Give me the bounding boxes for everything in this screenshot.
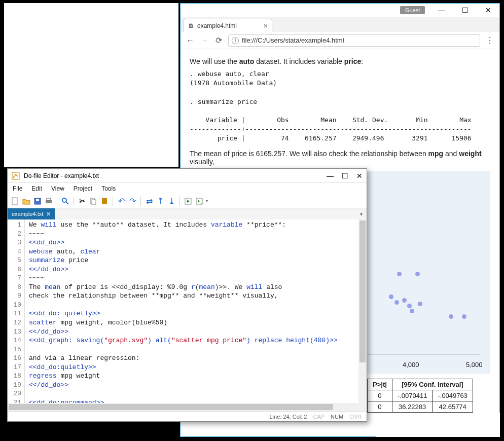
svg-rect-9 xyxy=(92,200,96,205)
editor-title: Do-file Editor - example4.txt xyxy=(24,172,99,179)
bottom-right-panel xyxy=(376,413,500,437)
close-button[interactable]: ✕ xyxy=(481,6,495,14)
line-gutter: 1234567891011121314151617181920212223 xyxy=(8,219,25,403)
stata-output: . webuse auto, clear (1978 Automobile Da… xyxy=(190,69,490,143)
x-tick: 5,000 xyxy=(466,361,483,369)
find-icon[interactable] xyxy=(61,197,70,206)
status-ovr: OVR xyxy=(349,414,362,420)
cursor-position: Line: 24, Col: 2 xyxy=(269,414,307,420)
bookmark-prev-icon[interactable]: ⤒ xyxy=(156,197,165,206)
status-num: NUM xyxy=(331,414,343,420)
svg-rect-1 xyxy=(12,198,17,205)
svg-rect-0 xyxy=(12,172,19,179)
svg-rect-3 xyxy=(36,199,39,201)
address-field[interactable]: i file:///C:/Users/stata/example4.html xyxy=(228,34,480,47)
svg-rect-5 xyxy=(47,198,51,200)
code-editor[interactable]: We will use the **auto** dataset. It inc… xyxy=(25,219,358,403)
editor-tabstrip: example4.txt ✕ ▾ xyxy=(8,208,367,219)
scroll-thumb[interactable] xyxy=(359,220,366,362)
svg-point-6 xyxy=(62,198,66,202)
editor-tab-label: example4.txt xyxy=(12,211,43,217)
browser-tabstrip: 🗎 example4.html × xyxy=(181,17,499,32)
intro-text: We will use the auto dataset. It include… xyxy=(190,57,490,65)
tab-title: example4.html xyxy=(197,22,237,29)
editor-close-button[interactable]: ✕ xyxy=(356,172,363,180)
new-file-icon[interactable] xyxy=(11,197,20,206)
forward-button[interactable]: → xyxy=(200,36,209,45)
minimize-button[interactable]: — xyxy=(435,6,449,14)
status-cap: CAP xyxy=(313,414,325,420)
tab-overflow-icon[interactable]: ▾ xyxy=(360,211,367,217)
reload-button[interactable]: ⟳ xyxy=(214,35,223,45)
editor-app-icon xyxy=(12,172,20,180)
address-bar-row: ← → ⟳ i file:///C:/Users/stata/example4.… xyxy=(181,32,499,49)
menu-project[interactable]: Project xyxy=(74,185,92,192)
x-tick: 4,000 xyxy=(403,361,419,369)
editor-menubar: File Edit View Project Tools xyxy=(8,183,367,194)
bookmark-next-icon[interactable]: ⤓ xyxy=(167,197,176,206)
tab-close-icon[interactable]: × xyxy=(264,22,268,30)
paste-icon[interactable] xyxy=(100,197,109,206)
menu-tools[interactable]: Tools xyxy=(101,185,116,192)
editor-tab-close-icon[interactable]: ✕ xyxy=(46,211,51,217)
regression-table: P>|t| [95% Conf. Interval] 0 -.0070411 -… xyxy=(367,379,473,413)
editor-tab[interactable]: example4.txt ✕ xyxy=(8,208,55,219)
bookmark-toggle-icon[interactable]: ⇄ xyxy=(145,197,154,206)
print-icon[interactable] xyxy=(44,197,53,206)
mean-text: The mean of price is 6165.257. We will a… xyxy=(190,150,490,166)
maximize-button[interactable]: ☐ xyxy=(458,6,472,14)
undo-icon[interactable]: ↶ xyxy=(117,197,126,206)
scroll-thumb[interactable] xyxy=(9,404,333,410)
open-file-icon[interactable] xyxy=(22,197,31,206)
copy-icon[interactable] xyxy=(89,197,98,206)
editor-maximize-button[interactable]: ☐ xyxy=(342,172,348,180)
file-icon: 🗎 xyxy=(188,22,194,29)
table-row: P>|t| [95% Conf. Interval] xyxy=(368,379,473,390)
editor-statusbar: Line: 24, Col: 2 CAP NUM OVR xyxy=(8,411,367,421)
blank-panel xyxy=(4,3,178,167)
browser-menu-button[interactable]: ⋮ xyxy=(485,35,494,45)
vertical-scrollbar[interactable] xyxy=(358,219,367,403)
col-ci: [95% Conf. Interval] xyxy=(392,379,473,390)
guest-badge: Guest xyxy=(400,6,425,14)
table-row: 0 36.22283 42.65774 xyxy=(368,401,473,412)
menu-edit[interactable]: Edit xyxy=(31,185,42,192)
table-row: 0 -.0070411 -.0049763 xyxy=(368,390,473,401)
dofile-editor-window: Do-file Editor - example4.txt — ☐ ✕ File… xyxy=(7,168,367,422)
menu-file[interactable]: File xyxy=(13,185,22,192)
browser-titlebar: Guest — ☐ ✕ xyxy=(181,4,499,17)
col-pt: P>|t| xyxy=(368,379,392,390)
browser-tab[interactable]: 🗎 example4.html × xyxy=(184,19,272,32)
editor-titlebar: Do-file Editor - example4.txt — ☐ ✕ xyxy=(8,169,367,183)
redo-icon[interactable]: ↷ xyxy=(128,197,137,206)
horizontal-scrollbar[interactable] xyxy=(8,403,367,411)
url-text: file:///C:/Users/stata/example4.html xyxy=(242,36,344,44)
run-selection-icon[interactable] xyxy=(195,197,204,206)
editor-toolbar: ✂ ↶ ↷ ⇄ ⤒ ⤓ ▾ xyxy=(8,194,367,208)
cut-icon[interactable]: ✂ xyxy=(78,197,87,206)
svg-line-7 xyxy=(66,202,68,204)
site-info-icon[interactable]: i xyxy=(232,37,239,44)
run-icon[interactable] xyxy=(184,197,193,206)
editor-minimize-button[interactable]: — xyxy=(327,172,334,180)
back-button[interactable]: ← xyxy=(186,36,195,45)
code-area: 1234567891011121314151617181920212223 We… xyxy=(8,219,367,403)
save-icon[interactable] xyxy=(33,197,42,206)
svg-rect-11 xyxy=(103,198,106,199)
menu-view[interactable]: View xyxy=(51,185,64,192)
